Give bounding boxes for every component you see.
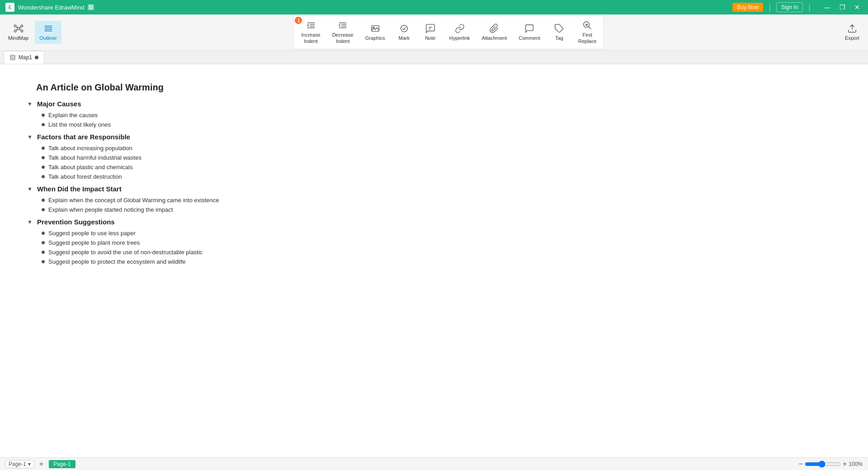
page-dropdown-arrow: ▾ [28, 461, 31, 467]
toolbar: MindMap Outliner 1 [0, 14, 868, 51]
bullet-icon [42, 199, 45, 202]
bullet-icon [42, 232, 45, 235]
hyperlink-label: Hyperlink [449, 35, 470, 41]
hyperlink-button[interactable]: Hyperlink [444, 21, 476, 44]
list-item: Explain when the concept of Global Warmi… [42, 195, 841, 205]
page-tab[interactable]: Page-1 [49, 460, 75, 468]
item-text: Suggest people to avoid the use of non-d… [48, 249, 203, 256]
bullet-icon [42, 241, 45, 244]
section-major-causes: ▼ Major Causes Explain the causes List t… [27, 100, 841, 129]
section-factors: ▼ Factors that are Responsible Talk abou… [27, 133, 841, 181]
tag-label: Tag [555, 35, 563, 41]
graphics-icon [370, 24, 380, 33]
outliner-icon [43, 24, 53, 33]
decrease-indent-button[interactable]: DecreaseIndent [327, 18, 359, 47]
note-label: Note [425, 35, 435, 41]
bullet-icon [42, 123, 45, 126]
zoom-out-button[interactable]: − [799, 460, 803, 468]
list-item: Talk about harmful industrial wastes [42, 153, 841, 162]
section-items-impact: Explain when the concept of Global Warmi… [42, 195, 841, 214]
zoom-control: − + 100% [799, 460, 863, 468]
main-area: An Article on Global Warming ▼ Major Cau… [0, 64, 868, 457]
list-item: Suggest people to plant more trees [42, 238, 841, 247]
title-bar-left: E Wondershare EdrawMind [5, 3, 94, 12]
item-text: Talk about increasing population [48, 145, 132, 152]
attachment-label: Attachment [482, 35, 507, 41]
collapse-arrow-factors[interactable]: ▼ [27, 134, 33, 140]
svg-point-27 [401, 25, 407, 32]
decrease-indent-label: DecreaseIndent [332, 32, 354, 44]
find-replace-icon [582, 20, 592, 30]
item-text: Suggest people to plant more trees [48, 239, 140, 246]
tab-map1-label: Map1 [19, 54, 32, 61]
section-items-prevention: Suggest people to use less paper Suggest… [42, 228, 841, 266]
svg-point-6 [21, 25, 23, 27]
item-text: Explain the causes [48, 112, 98, 119]
svg-line-11 [16, 29, 17, 30]
item-text: Talk about plastic and chemicals [48, 164, 132, 171]
collapse-arrow-prevention[interactable]: ▼ [27, 219, 33, 225]
section-header-prevention[interactable]: ▼ Prevention Suggestions [27, 218, 841, 226]
bullet-icon [42, 251, 45, 254]
item-text: Suggest people to use less paper [48, 230, 136, 237]
restore-button[interactable]: ❐ [837, 3, 848, 12]
find-replace-button[interactable]: FindReplace [573, 18, 602, 47]
list-item: Talk about increasing population [42, 143, 841, 153]
export-button[interactable]: Export [840, 21, 864, 44]
page-selector[interactable]: Page-1 ▾ [5, 460, 34, 468]
attachment-button[interactable]: Attachment [476, 21, 513, 44]
list-item: Suggest people to avoid the use of non-d… [42, 247, 841, 257]
export-label: Export [845, 35, 859, 41]
graphics-button[interactable]: Graphics [360, 21, 391, 44]
bottom-bar: Page-1 ▾ + Page-1 − + 100% [0, 457, 868, 470]
mindmap-icon [14, 24, 24, 33]
list-item: Talk about plastic and chemicals [42, 162, 841, 172]
tag-button[interactable]: Tag [547, 21, 572, 44]
tab-map1[interactable]: Map1 [4, 51, 44, 64]
item-text: Talk about harmful industrial wastes [48, 154, 142, 161]
list-item: Suggest people to protect the ecosystem … [42, 257, 841, 266]
sign-in-button[interactable]: Sign In [776, 2, 803, 12]
svg-line-10 [19, 27, 21, 28]
bullet-icon [42, 156, 45, 159]
tag-icon [554, 24, 564, 33]
separator: | [769, 3, 771, 12]
increase-indent-wrapper: 1 IncreaseIndent [296, 18, 326, 47]
section-impact: ▼ When Did the Impact Start Explain when… [27, 185, 841, 214]
bullet-icon [42, 166, 45, 169]
svg-point-8 [21, 30, 23, 32]
decrease-indent-icon [338, 20, 348, 30]
mindmap-label: MindMap [8, 35, 28, 41]
note-button[interactable]: Note [418, 21, 443, 44]
section-header-impact[interactable]: ▼ When Did the Impact Start [27, 185, 841, 193]
collapse-arrow-impact[interactable]: ▼ [27, 186, 33, 192]
bullet-icon [42, 147, 45, 150]
section-header-major-causes[interactable]: ▼ Major Causes [27, 100, 841, 108]
list-item: Explain the causes [42, 110, 841, 120]
collapse-arrow-major-causes[interactable]: ▼ [27, 101, 33, 107]
section-header-factors[interactable]: ▼ Factors that are Responsible [27, 133, 841, 141]
mindmap-button[interactable]: MindMap [4, 21, 33, 44]
bullet-icon [42, 175, 45, 178]
comment-button[interactable]: Comment [513, 21, 546, 44]
section-heading-major-causes: Major Causes [37, 100, 81, 108]
attachment-icon [489, 24, 499, 33]
minimize-button[interactable]: — [821, 3, 833, 12]
zoom-slider[interactable] [805, 461, 841, 468]
outliner-label: Outliner [39, 35, 57, 41]
list-item: Explain when people started noticing the… [42, 205, 841, 214]
zoom-in-button[interactable]: + [843, 460, 847, 468]
outliner-button[interactable]: Outliner [35, 21, 61, 44]
buy-now-button[interactable]: Buy Now [732, 3, 763, 12]
close-button[interactable]: ✕ [852, 3, 863, 12]
mark-label: Mark [399, 35, 410, 41]
add-page-button[interactable]: + [38, 460, 45, 468]
mark-button[interactable]: Mark [392, 21, 417, 44]
section-items-major-causes: Explain the causes List the most likely … [42, 110, 841, 129]
section-heading-factors: Factors that are Responsible [37, 133, 130, 141]
svg-point-5 [14, 25, 16, 27]
svg-line-12 [19, 29, 21, 30]
list-item: List the most likely ones [42, 120, 841, 129]
bullet-icon [42, 114, 45, 117]
toolbar-center: 1 IncreaseIndent Decrease [293, 15, 604, 49]
